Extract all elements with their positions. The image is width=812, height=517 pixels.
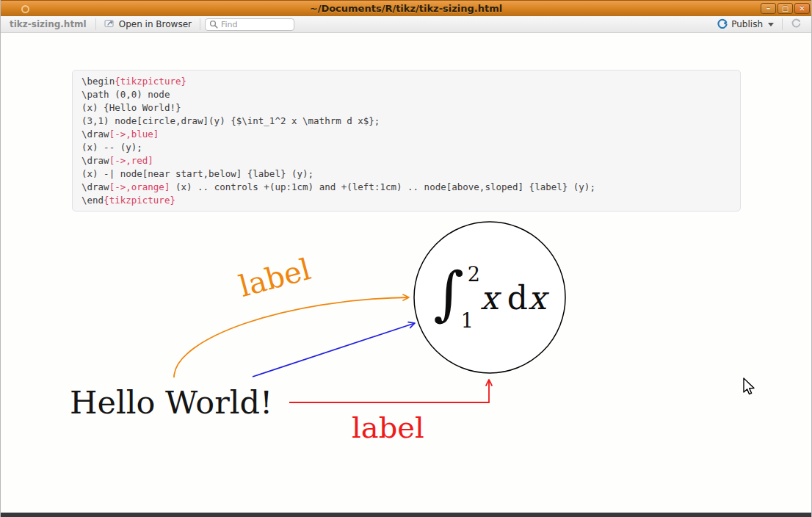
integral-upper-limit: 2 — [468, 264, 480, 284]
orange-edge-label: label — [236, 252, 314, 303]
code-line: \begin{tikzpicture} — [81, 75, 731, 88]
publish-button[interactable]: Publish — [714, 17, 777, 32]
integral-node: ∫ 2 1 x d x — [414, 222, 565, 373]
red-edge-label: label — [352, 411, 424, 444]
maximize-button[interactable]: ▢ — [777, 3, 793, 14]
titlebar: ~/Documents/R/tikz/tikz-sizing.html – ▢ … — [1, 0, 811, 16]
differential-x: x — [528, 279, 546, 317]
code-line: (x) -| node[near start,below] {label} (y… — [81, 167, 731, 181]
code-line: \draw[->,blue] — [81, 128, 731, 141]
publish-dropdown-caret[interactable] — [768, 23, 774, 26]
publish-label: Publish — [731, 19, 763, 29]
blue-arrow — [253, 323, 415, 377]
code-line: (x) -- (y); — [81, 141, 731, 154]
window-bottom-edge — [1, 513, 811, 517]
red-elbow-arrow — [289, 380, 489, 402]
toolbar: tikz-sizing.html Open in Browser — [1, 16, 811, 33]
window-controls: – ▢ ✕ — [761, 3, 810, 14]
code-line: \end{tikzpicture} — [81, 194, 731, 207]
preview-pane: \begin{tikzpicture}\path (0,0) node(x) {… — [1, 33, 811, 513]
code-line: (x) {Hello World!} — [81, 101, 731, 115]
viewer-window: ~/Documents/R/tikz/tikz-sizing.html – ▢ … — [0, 0, 812, 517]
code-line: \draw[->,red] — [81, 154, 731, 167]
code-block: \begin{tikzpicture}\path (0,0) node(x) {… — [72, 70, 741, 212]
close-button[interactable]: ✕ — [794, 3, 810, 14]
differential-d: d — [507, 279, 528, 317]
refresh-icon — [791, 18, 802, 31]
code-line: \draw[->,orange] (x) .. controls +(up:1c… — [81, 181, 731, 194]
open-in-browser-icon — [104, 18, 115, 31]
toolbar-separator — [200, 18, 200, 30]
open-in-browser-button[interactable]: Open in Browser — [101, 17, 195, 32]
toolbar-separator — [95, 18, 96, 30]
code-line: (3,1) node[circle,draw](y) {$\int_1^2 x … — [81, 115, 731, 128]
find-box[interactable] — [205, 18, 294, 31]
toolbar-separator — [782, 18, 783, 30]
mouse-cursor — [742, 377, 757, 400]
open-in-browser-label: Open in Browser — [119, 19, 192, 29]
search-icon — [209, 18, 218, 32]
tab-file-name: tikz-sizing.html — [7, 19, 91, 29]
find-input[interactable] — [221, 20, 286, 29]
code-line: \path (0,0) node — [81, 88, 731, 101]
hello-world-node: Hello World! — [70, 384, 272, 421]
window-title: ~/Documents/R/tikz/tikz-sizing.html — [1, 3, 811, 14]
integral-sign: ∫ — [433, 267, 464, 320]
tikz-source-code: \begin{tikzpicture}\path (0,0) node(x) {… — [81, 75, 731, 207]
integrand-x: x — [480, 279, 499, 317]
publish-icon — [717, 18, 728, 31]
integral-limits: 2 1 — [465, 264, 477, 330]
integral-lower-limit: 1 — [461, 311, 474, 330]
refresh-button[interactable] — [787, 16, 805, 32]
minimize-button[interactable]: – — [761, 3, 776, 14]
orange-curved-arrow — [174, 297, 409, 377]
